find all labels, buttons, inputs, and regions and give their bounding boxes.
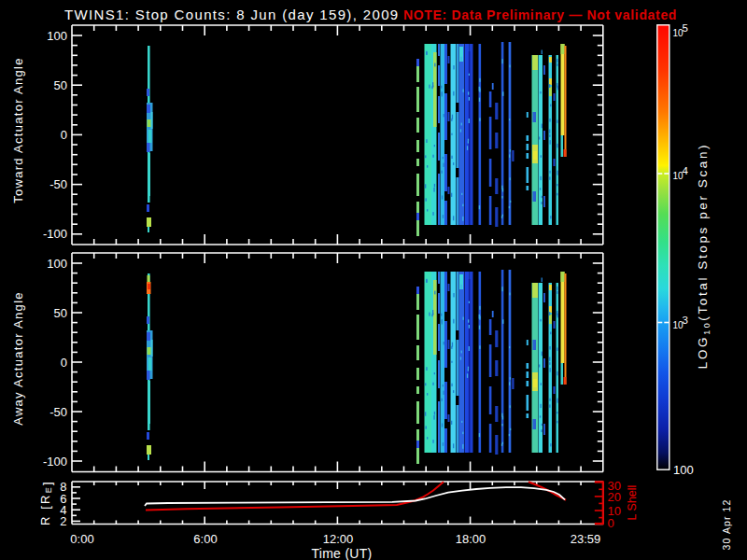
svg-text:0:00: 0:00 bbox=[70, 532, 93, 546]
svg-text:0: 0 bbox=[608, 516, 614, 530]
svg-text:100: 100 bbox=[673, 463, 694, 477]
svg-text:20: 20 bbox=[608, 490, 621, 504]
svg-text:3: 3 bbox=[683, 315, 688, 326]
svg-text:50: 50 bbox=[54, 306, 67, 320]
svg-text:5: 5 bbox=[683, 22, 688, 34]
svg-text:12:00: 12:00 bbox=[323, 532, 354, 546]
svg-text:100: 100 bbox=[47, 29, 67, 43]
svg-text:Away Actuator Angle: Away Actuator Angle bbox=[11, 291, 25, 426]
svg-text:50: 50 bbox=[54, 78, 67, 92]
svg-text:18:00: 18:00 bbox=[456, 532, 486, 546]
svg-text:-100: -100 bbox=[43, 227, 67, 241]
svg-text:0: 0 bbox=[61, 356, 67, 370]
svg-text:NOTE: Data Preliminary — Not v: NOTE: Data Preliminary — Not validated bbox=[403, 7, 677, 22]
svg-text:-50: -50 bbox=[49, 177, 67, 191]
svg-text:6:00: 6:00 bbox=[193, 532, 217, 546]
svg-text:100: 100 bbox=[47, 257, 67, 271]
svg-text:23:59: 23:59 bbox=[571, 532, 601, 546]
svg-text:L Shell: L Shell bbox=[626, 485, 639, 521]
svg-text:8: 8 bbox=[60, 480, 66, 494]
svg-text:-50: -50 bbox=[49, 405, 67, 419]
svg-text:TWINS1: Stop Counts: 8 Jun (d: TWINS1: Stop Counts: 8 Jun (day 159), 20… bbox=[64, 7, 400, 22]
svg-text:-100: -100 bbox=[43, 455, 67, 469]
svg-text:30 Apr 12: 30 Apr 12 bbox=[721, 499, 732, 551]
svg-text:Time (UT): Time (UT) bbox=[311, 546, 372, 560]
svg-text:0: 0 bbox=[61, 128, 67, 142]
svg-text:Toward Actuator Angle: Toward Actuator Angle bbox=[11, 57, 25, 203]
svg-text:4: 4 bbox=[683, 165, 689, 176]
